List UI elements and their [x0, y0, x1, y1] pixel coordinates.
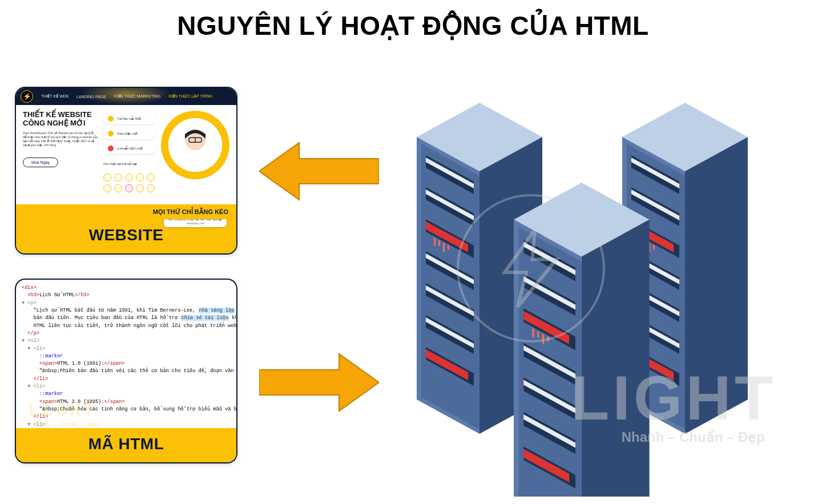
headline-l1: THIẾT KẾ WEBSITE	[23, 110, 92, 119]
hero-features: Tự Học Cải Mới Giao diện mới a chuẩn SEO…	[103, 111, 155, 217]
code-line: <div>	[22, 285, 37, 291]
page-title: NGUYÊN LÝ HOẠT ĐỘNG CỦA HTML	[0, 0, 826, 41]
code-line: ▼ <p>	[22, 300, 37, 306]
nav-item: THIẾT KẾ WEB	[41, 94, 69, 99]
code-card: <div> <h3>Lịch Sử HTML</h3> ▼ <p> "Lịch …	[15, 279, 237, 463]
watermark-sub: Nhanh – Chuẩn – Đẹp	[33, 421, 98, 429]
code-preview: <div> <h3>Lịch Sử HTML</h3> ▼ <p> "Lịch …	[16, 280, 236, 428]
code-text: HTML liên tục cải tiến, trở thành ngôn n…	[22, 323, 236, 329]
website-preview: ⚡ THIẾT KẾ WEB LANDING PAGE KIẾN THỨC MA…	[16, 88, 236, 219]
server-cluster: LIGHT Nhanh – Chuẩn – Đẹp	[394, 91, 811, 497]
nav-item: KIẾN THỨC MARKETING	[114, 94, 160, 99]
code-highlight: chia sẻ tài liệu	[181, 315, 229, 321]
feature-pill: Tự Học Cải Mới	[103, 113, 155, 124]
feature-pill: Giao diện mới	[103, 128, 155, 139]
website-card: ⚡ THIẾT KẾ WEB LANDING PAGE KIẾN THỨC MA…	[15, 87, 237, 255]
hero-left: THIẾT KẾ WEBSITE CÔNG NGHỆ MỚI Theo Worl…	[23, 111, 98, 217]
icon-row	[103, 174, 155, 192]
code-text: Lịch Sử HTML	[39, 292, 75, 298]
code-text: World Wide Web, phát triển phiên	[235, 308, 236, 313]
diagram-stage: ⚡ THIẾT KẾ WEB LANDING PAGE KIẾN THỨC MA…	[0, 51, 826, 502]
nav-item: LANDING PAGE	[76, 95, 106, 99]
column-caption: Kho chứa mọi thứ của bạn	[103, 162, 155, 166]
pill-label: a chuẩn SEO mới	[117, 147, 143, 150]
code-text: HTML 1.0 (1991):	[57, 361, 104, 366]
website-nav: ⚡ THIẾT KẾ WEB LANDING PAGE KIẾN THỨC MA…	[16, 88, 236, 105]
headline-l2: CÔNG NGHỆ MỚI	[23, 119, 98, 128]
arrow-left-icon	[259, 137, 379, 205]
code-line: ▼ <ul>	[22, 338, 39, 344]
nav-item-active: KIẾN THỨC LẬP TRÌNH	[168, 94, 212, 99]
hero-description: Theo WorldStream 70% số Website sau khi …	[23, 131, 98, 147]
code-marker: ::marker	[22, 353, 63, 359]
buy-now-button[interactable]: Mua Ngay	[23, 158, 58, 167]
hero-avatar: Kéo chúng tùy ý mọi học viên web của bạn…	[161, 111, 229, 217]
code-line: </li>	[22, 376, 48, 382]
pill-label: Tự Học Cải Mới	[117, 117, 141, 120]
svg-marker-4	[259, 143, 379, 200]
code-line: <span>	[22, 361, 57, 366]
code-text: "&nbsp;Phiên bản đầu tiên với các thẻ cơ…	[22, 368, 236, 374]
person-icon	[174, 123, 216, 171]
feature-pill: a chuẩn SEO mới	[103, 143, 155, 154]
code-text: khoa học trên mạng. Qua nhiều năm,	[229, 315, 236, 321]
code-highlight: nhà sáng lập	[199, 308, 235, 313]
pill-label: Giao diện mới	[117, 132, 138, 135]
code-line: ▼ <li>	[22, 346, 45, 352]
code-text: bản đầu tiên. Mục tiêu ban đầu của HTML …	[22, 315, 181, 321]
code-line: </p>	[22, 330, 39, 336]
svg-rect-0	[186, 150, 205, 171]
svg-marker-5	[259, 354, 379, 411]
code-line: </span>	[104, 361, 124, 366]
code-text: "Lịch sử HTML bắt đầu từ năm 1991, khi T…	[22, 308, 199, 313]
hero-ribbon: MỌI THỨ CHỈ BẰNG KÉO	[16, 204, 236, 219]
avatar-ring	[161, 111, 229, 179]
avatar-caption-sub: WIX/DUAN.COM	[167, 222, 223, 225]
arrow-right-icon	[259, 348, 379, 417]
servers-icon	[394, 91, 811, 497]
code-line: </span>	[104, 399, 124, 405]
code-line: </h3>	[75, 292, 90, 298]
svg-point-1	[185, 130, 206, 150]
hero-headline: THIẾT KẾ WEBSITE CÔNG NGHỆ MỚI	[23, 111, 98, 128]
svg-rect-2	[189, 138, 202, 142]
code-card-label: MÃ HTML	[16, 428, 236, 462]
code-line: <h3>	[22, 292, 39, 298]
light-logo-icon: ⚡	[21, 90, 33, 103]
code-line: ▼ <li>	[22, 384, 45, 389]
